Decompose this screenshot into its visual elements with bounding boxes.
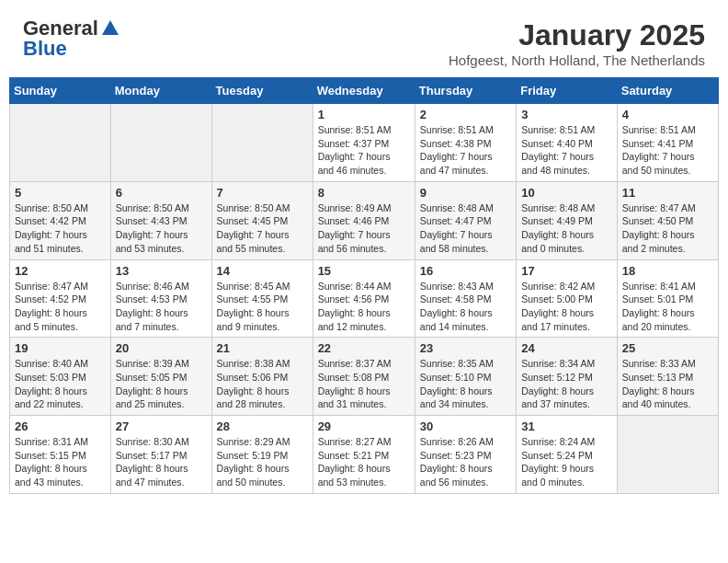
calendar-cell: 22Sunrise: 8:37 AMSunset: 5:08 PMDayligh… (313, 338, 415, 416)
day-number: 21 (217, 341, 308, 355)
col-header-tuesday: Tuesday (211, 78, 313, 104)
day-number: 9 (420, 186, 511, 200)
day-info: Sunrise: 8:42 AMSunset: 5:00 PMDaylight:… (521, 280, 612, 334)
day-number: 1 (318, 108, 410, 121)
day-number: 28 (217, 419, 308, 433)
col-header-thursday: Thursday (415, 78, 516, 104)
day-number: 12 (15, 264, 106, 278)
day-info: Sunrise: 8:50 AMSunset: 4:43 PMDaylight:… (116, 201, 207, 256)
day-number: 10 (521, 186, 612, 200)
calendar-cell: 19Sunrise: 8:40 AMSunset: 5:03 PMDayligh… (10, 338, 111, 416)
calendar-cell: 15Sunrise: 8:44 AMSunset: 4:56 PMDayligh… (313, 259, 415, 338)
day-number: 22 (318, 341, 410, 355)
calendar-cell: 10Sunrise: 8:48 AMSunset: 4:49 PMDayligh… (517, 181, 618, 259)
calendar-week-row: 5Sunrise: 8:50 AMSunset: 4:42 PMDaylight… (10, 181, 719, 259)
day-info: Sunrise: 8:24 AMSunset: 5:24 PMDaylight:… (521, 435, 612, 489)
day-number: 31 (521, 419, 612, 433)
day-number: 23 (420, 341, 511, 355)
day-number: 13 (116, 264, 207, 278)
calendar-cell (617, 416, 718, 494)
col-header-sunday: Sunday (10, 78, 111, 104)
logo-icon (100, 18, 120, 39)
day-number: 19 (15, 341, 106, 355)
day-info: Sunrise: 8:35 AMSunset: 5:10 PMDaylight:… (420, 357, 511, 411)
calendar-cell: 14Sunrise: 8:45 AMSunset: 4:55 PMDayligh… (211, 259, 313, 338)
calendar-cell: 4Sunrise: 8:51 AMSunset: 4:41 PMDaylight… (617, 104, 718, 182)
day-info: Sunrise: 8:46 AMSunset: 4:53 PMDaylight:… (116, 280, 207, 334)
calendar-week-row: 19Sunrise: 8:40 AMSunset: 5:03 PMDayligh… (10, 338, 719, 416)
col-header-monday: Monday (110, 78, 211, 104)
month-year: January 2025 (449, 18, 705, 52)
day-number: 25 (622, 341, 713, 355)
day-number: 2 (420, 108, 511, 121)
calendar-cell: 2Sunrise: 8:51 AMSunset: 4:38 PMDaylight… (415, 104, 516, 182)
day-info: Sunrise: 8:50 AMSunset: 4:42 PMDaylight:… (15, 201, 106, 256)
day-number: 27 (116, 419, 207, 433)
calendar-cell: 29Sunrise: 8:27 AMSunset: 5:21 PMDayligh… (313, 416, 415, 494)
calendar-cell (211, 104, 313, 182)
day-number: 30 (420, 419, 511, 433)
calendar-cell: 31Sunrise: 8:24 AMSunset: 5:24 PMDayligh… (517, 416, 618, 494)
calendar-cell: 11Sunrise: 8:47 AMSunset: 4:50 PMDayligh… (617, 181, 718, 259)
day-number: 20 (116, 341, 207, 355)
calendar-cell: 16Sunrise: 8:43 AMSunset: 4:58 PMDayligh… (415, 259, 516, 338)
calendar-cell: 17Sunrise: 8:42 AMSunset: 5:00 PMDayligh… (517, 259, 618, 338)
day-info: Sunrise: 8:29 AMSunset: 5:19 PMDaylight:… (217, 435, 308, 489)
calendar-cell: 25Sunrise: 8:33 AMSunset: 5:13 PMDayligh… (617, 338, 718, 416)
calendar-cell: 6Sunrise: 8:50 AMSunset: 4:43 PMDaylight… (110, 181, 211, 259)
day-info: Sunrise: 8:51 AMSunset: 4:40 PMDaylight:… (521, 123, 612, 178)
calendar-cell: 18Sunrise: 8:41 AMSunset: 5:01 PMDayligh… (617, 259, 718, 338)
title-block: January 2025 Hofgeest, North Holland, Th… (449, 18, 705, 68)
day-number: 11 (622, 186, 713, 200)
day-info: Sunrise: 8:33 AMSunset: 5:13 PMDaylight:… (622, 357, 713, 411)
logo-blue: Blue (23, 37, 67, 60)
day-info: Sunrise: 8:38 AMSunset: 5:06 PMDaylight:… (217, 357, 308, 411)
day-number: 26 (15, 419, 106, 433)
calendar-cell: 21Sunrise: 8:38 AMSunset: 5:06 PMDayligh… (211, 338, 313, 416)
day-info: Sunrise: 8:48 AMSunset: 4:47 PMDaylight:… (420, 201, 511, 256)
day-info: Sunrise: 8:37 AMSunset: 5:08 PMDaylight:… (318, 357, 410, 411)
calendar-table: SundayMondayTuesdayWednesdayThursdayFrid… (9, 77, 719, 494)
calendar-cell: 28Sunrise: 8:29 AMSunset: 5:19 PMDayligh… (211, 416, 313, 494)
calendar-cell (10, 104, 111, 182)
calendar-week-row: 26Sunrise: 8:31 AMSunset: 5:15 PMDayligh… (10, 416, 719, 494)
page-header: General Blue January 2025 Hofgeest, Nort… (9, 9, 719, 73)
day-number: 18 (622, 264, 713, 278)
col-header-saturday: Saturday (617, 78, 718, 104)
calendar-cell: 3Sunrise: 8:51 AMSunset: 4:40 PMDaylight… (517, 104, 618, 182)
day-info: Sunrise: 8:26 AMSunset: 5:23 PMDaylight:… (420, 435, 511, 489)
calendar-cell: 20Sunrise: 8:39 AMSunset: 5:05 PMDayligh… (110, 338, 211, 416)
day-info: Sunrise: 8:43 AMSunset: 4:58 PMDaylight:… (420, 280, 511, 334)
day-info: Sunrise: 8:49 AMSunset: 4:46 PMDaylight:… (318, 201, 410, 256)
day-info: Sunrise: 8:27 AMSunset: 5:21 PMDaylight:… (318, 435, 410, 489)
calendar-week-row: 12Sunrise: 8:47 AMSunset: 4:52 PMDayligh… (10, 259, 719, 338)
calendar-cell: 23Sunrise: 8:35 AMSunset: 5:10 PMDayligh… (415, 338, 516, 416)
day-info: Sunrise: 8:50 AMSunset: 4:45 PMDaylight:… (217, 201, 308, 256)
day-number: 4 (622, 108, 713, 121)
day-info: Sunrise: 8:51 AMSunset: 4:37 PMDaylight:… (318, 123, 410, 178)
col-header-wednesday: Wednesday (313, 78, 415, 104)
day-info: Sunrise: 8:51 AMSunset: 4:41 PMDaylight:… (622, 123, 713, 178)
day-number: 16 (420, 264, 511, 278)
calendar-header-row: SundayMondayTuesdayWednesdayThursdayFrid… (10, 78, 719, 104)
logo: General Blue (23, 18, 120, 59)
day-info: Sunrise: 8:45 AMSunset: 4:55 PMDaylight:… (217, 280, 308, 334)
day-number: 17 (521, 264, 612, 278)
logo-general: General (23, 18, 98, 39)
day-number: 29 (318, 419, 410, 433)
location: Hofgeest, North Holland, The Netherlands (449, 52, 705, 68)
day-info: Sunrise: 8:40 AMSunset: 5:03 PMDaylight:… (15, 357, 106, 411)
calendar-cell: 30Sunrise: 8:26 AMSunset: 5:23 PMDayligh… (415, 416, 516, 494)
col-header-friday: Friday (517, 78, 618, 104)
calendar-cell: 26Sunrise: 8:31 AMSunset: 5:15 PMDayligh… (10, 416, 111, 494)
day-info: Sunrise: 8:51 AMSunset: 4:38 PMDaylight:… (420, 123, 511, 178)
day-info: Sunrise: 8:47 AMSunset: 4:50 PMDaylight:… (622, 201, 713, 256)
day-number: 3 (521, 108, 612, 121)
calendar-cell: 12Sunrise: 8:47 AMSunset: 4:52 PMDayligh… (10, 259, 111, 338)
calendar-cell: 1Sunrise: 8:51 AMSunset: 4:37 PMDaylight… (313, 104, 415, 182)
day-info: Sunrise: 8:44 AMSunset: 4:56 PMDaylight:… (318, 280, 410, 334)
day-number: 24 (521, 341, 612, 355)
day-number: 7 (217, 186, 308, 200)
day-info: Sunrise: 8:47 AMSunset: 4:52 PMDaylight:… (15, 280, 106, 334)
day-number: 8 (318, 186, 410, 200)
